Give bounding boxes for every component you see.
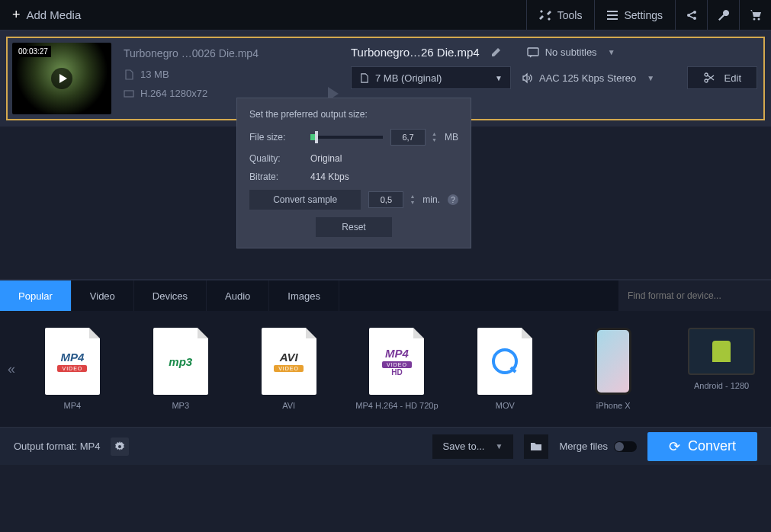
svg-rect-1 bbox=[607, 14, 618, 16]
output-size-dropdown[interactable]: 7 MB (Original) ▼ bbox=[351, 66, 511, 89]
edit-button[interactable]: Edit bbox=[687, 66, 757, 89]
output-size-popup: Set the preferred output size: File size… bbox=[236, 98, 471, 248]
format-label: Android - 1280 bbox=[694, 381, 749, 390]
bitrate-label: Bitrate: bbox=[249, 171, 303, 182]
tab-devices[interactable]: Devices bbox=[134, 280, 207, 311]
audio-label: AAC 125 Kbps Stereo bbox=[539, 72, 636, 84]
svg-rect-9 bbox=[528, 48, 538, 56]
format-mp4-hd[interactable]: MP4VIDEOHD MP4 H.264 - HD 720p bbox=[355, 328, 439, 410]
settings-button[interactable]: Settings bbox=[594, 0, 675, 30]
play-icon[interactable] bbox=[51, 68, 72, 89]
subtitles-dropdown[interactable]: No subtitles ▼ bbox=[527, 46, 615, 58]
svg-rect-0 bbox=[607, 11, 618, 12]
format-settings-button[interactable] bbox=[111, 437, 129, 456]
tools-button[interactable]: Tools bbox=[526, 0, 595, 30]
filesize-label: File size: bbox=[249, 132, 303, 143]
format-section: Popular Video Devices Audio Images « MP4… bbox=[0, 279, 771, 427]
input-filename: Turbonegro …0026 Die.mp4 bbox=[124, 47, 314, 59]
input-codec: H.264 1280x72 bbox=[140, 88, 207, 99]
tab-video[interactable]: Video bbox=[72, 280, 134, 311]
subtitles-label: No subtitles bbox=[545, 46, 597, 58]
subtitles-icon bbox=[527, 47, 539, 58]
format-carousel: « MP4VIDEO MP4 mp3 MP3 AVIVIDEO AVI MP4V… bbox=[0, 311, 771, 427]
format-label: MP4 H.264 - HD 720p bbox=[355, 401, 438, 410]
format-mov[interactable]: MOV bbox=[463, 328, 547, 410]
filesize-input[interactable] bbox=[390, 129, 426, 146]
gear-icon bbox=[114, 441, 125, 452]
help-icon[interactable]: ? bbox=[448, 194, 458, 205]
filesize-spinner[interactable]: ▲▼ bbox=[432, 131, 437, 143]
reset-label: Reset bbox=[342, 222, 365, 232]
tools-icon bbox=[539, 9, 551, 21]
svg-point-6 bbox=[753, 18, 755, 20]
save-to-dropdown[interactable]: Save to... ▼ bbox=[432, 434, 514, 459]
wrench-icon bbox=[718, 9, 730, 21]
format-search-input[interactable] bbox=[618, 280, 771, 311]
carousel-prev-button[interactable]: « bbox=[0, 323, 23, 415]
edit-label: Edit bbox=[724, 72, 741, 84]
format-label: MP4 bbox=[64, 401, 82, 410]
scissors-icon bbox=[703, 72, 715, 84]
plus-icon: + bbox=[12, 7, 21, 23]
input-size: 13 MB bbox=[140, 69, 169, 80]
rename-button[interactable] bbox=[490, 47, 501, 58]
folder-icon bbox=[530, 441, 542, 452]
tab-audio[interactable]: Audio bbox=[207, 280, 269, 311]
open-folder-button[interactable] bbox=[524, 434, 548, 459]
duration-badge: 00:03:27 bbox=[15, 46, 51, 57]
filesize-unit: MB bbox=[445, 132, 458, 143]
format-android[interactable]: Android - 1280 bbox=[679, 328, 763, 410]
add-media-label: Add Media bbox=[27, 8, 82, 21]
dimensions-icon bbox=[124, 88, 134, 99]
save-to-label: Save to... bbox=[443, 441, 485, 452]
topbar: + Add Media Tools Settings bbox=[0, 0, 771, 30]
svg-rect-8 bbox=[124, 91, 133, 97]
format-tabs: Popular Video Devices Audio Images bbox=[0, 280, 771, 311]
tab-popular[interactable]: Popular bbox=[0, 280, 72, 311]
sample-unit: min. bbox=[422, 194, 440, 205]
file-icon bbox=[124, 69, 134, 80]
merge-label: Merge files bbox=[559, 441, 608, 452]
format-mp4[interactable]: MP4VIDEO MP4 bbox=[31, 328, 114, 410]
convert-label: Convert bbox=[688, 438, 736, 454]
video-thumbnail[interactable]: 00:03:27 bbox=[12, 43, 111, 114]
output-format-label: Output format: MP4 bbox=[14, 441, 100, 452]
share-button[interactable] bbox=[675, 0, 707, 30]
format-label: MOV bbox=[496, 401, 515, 410]
convert-sample-button[interactable]: Convert sample bbox=[249, 190, 361, 210]
filesize-slider[interactable] bbox=[310, 136, 383, 139]
cart-icon bbox=[750, 9, 762, 21]
cart-button[interactable] bbox=[739, 0, 771, 30]
reset-button[interactable]: Reset bbox=[316, 217, 392, 237]
file-icon bbox=[359, 73, 369, 83]
android-icon bbox=[712, 341, 731, 362]
sample-spinner[interactable]: ▲▼ bbox=[410, 194, 415, 206]
audio-dropdown[interactable]: AAC 125 Kbps Stereo ▼ bbox=[522, 72, 654, 84]
slider-thumb[interactable] bbox=[315, 131, 318, 143]
quicktime-icon bbox=[490, 346, 520, 377]
format-iphone-x[interactable]: iPhone X bbox=[571, 328, 655, 410]
convert-sample-label: Convert sample bbox=[273, 194, 337, 205]
merge-files-control: Merge files bbox=[559, 441, 637, 452]
bottom-bar: Output format: MP4 Save to... ▼ Merge fi… bbox=[0, 427, 771, 465]
add-media-button[interactable]: + Add Media bbox=[0, 0, 93, 30]
chevron-down-icon: ▼ bbox=[647, 74, 654, 82]
svg-point-11 bbox=[705, 79, 708, 82]
quality-value: Original bbox=[310, 153, 342, 164]
settings-label: Settings bbox=[624, 9, 663, 21]
output-size-label: 7 MB (Original) bbox=[375, 72, 442, 84]
phone-icon bbox=[595, 328, 631, 395]
tools-label: Tools bbox=[557, 9, 583, 21]
svg-point-10 bbox=[705, 73, 708, 76]
bitrate-value: 414 Kbps bbox=[310, 171, 349, 182]
convert-button[interactable]: ⟳ Convert bbox=[647, 432, 757, 461]
tab-images[interactable]: Images bbox=[269, 280, 339, 311]
chevron-down-icon: ▼ bbox=[495, 74, 503, 82]
merge-toggle[interactable] bbox=[614, 441, 637, 452]
output-filename: Turbonegro…26 Die.mp4 bbox=[351, 46, 480, 59]
format-avi[interactable]: AVIVIDEO AVI bbox=[247, 328, 331, 410]
sample-duration-input[interactable] bbox=[368, 191, 403, 208]
format-mp3[interactable]: mp3 MP3 bbox=[139, 328, 223, 410]
key-button[interactable] bbox=[707, 0, 739, 30]
hamburger-icon bbox=[607, 10, 618, 21]
